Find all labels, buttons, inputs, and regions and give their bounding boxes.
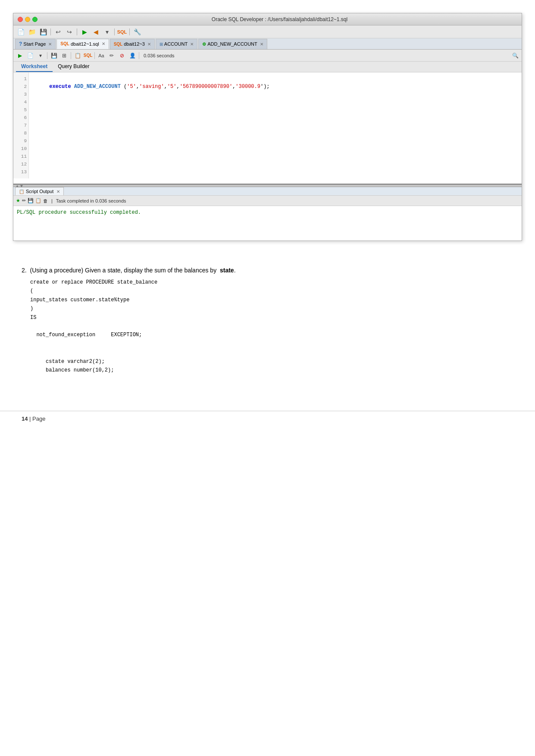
dropdown-icon[interactable]: ▾ (102, 27, 112, 37)
tab-dbait12-3-label: dbait12~3 (124, 41, 145, 47)
execution-time: 0.036 seconds (144, 53, 175, 58)
output-clear-icon[interactable]: 🗑 (43, 198, 48, 203)
new-icon[interactable]: 📄 (16, 27, 25, 37)
tab-dbait12-3[interactable]: SQL dbait12~3 ✕ (110, 39, 155, 49)
tab-dbait12-1[interactable]: SQL dbait12~1.sql ✕ (56, 39, 109, 49)
tab-dbait12-1-close[interactable]: ✕ (102, 41, 105, 46)
section-2-number: 2. (22, 267, 27, 274)
tab-account-label: ACCOUNT (164, 41, 188, 47)
param4: '567890000007890' (180, 84, 232, 90)
tab-dbait12-3-close[interactable]: ✕ (147, 42, 151, 47)
editor-stop-icon[interactable]: ⊘ (117, 51, 127, 60)
tabs-row: ? Start Page ✕ SQL dbait12~1.sql ✕ SQL d… (13, 38, 522, 50)
output-line-1: PL/SQL procedure successfully completed. (17, 209, 518, 216)
section-2: 2. (Using a procedure) Given a state, di… (22, 267, 513, 375)
output-edit-icon[interactable]: ✏ (22, 198, 26, 203)
run-script-icon[interactable]: ▶ (15, 51, 25, 60)
et-sep4 (139, 52, 139, 59)
tab-start-page[interactable]: ? Start Page ✕ (15, 39, 56, 49)
code-block-line-11: balances number(10,2); (30, 366, 513, 375)
param2: 'saving' (139, 84, 164, 90)
editor-aa-icon[interactable]: Aa (97, 51, 106, 60)
output-sep: | (51, 198, 53, 203)
start-page-help-icon: ? (19, 41, 22, 47)
tab-dbait12-3-icon: SQL (114, 42, 123, 47)
param3: '5' (167, 84, 177, 90)
output-toolbar: ★ ✏ 💾 📋 🗑 | Task completed in 0.036 seco… (13, 196, 522, 206)
output-save-icon[interactable]: 💾 (28, 198, 34, 203)
param1: '5' (127, 84, 136, 90)
et-sep1 (47, 52, 47, 59)
editor-edit-icon[interactable]: ✏ (107, 51, 116, 60)
output-content: PL/SQL procedure successfully completed. (13, 206, 522, 241)
profile-icon[interactable]: 🔧 (132, 27, 142, 37)
run-back-icon[interactable]: ◀ (91, 27, 100, 37)
tab-add-new-account-close[interactable]: ✕ (260, 42, 263, 47)
editor-run2-icon[interactable]: 📋 (73, 51, 82, 60)
et-sep2 (71, 52, 71, 59)
keyword-execute: execute (49, 84, 71, 90)
code-block-line-4: ) (30, 304, 513, 313)
editor-sql-icon[interactable]: SQL (83, 51, 93, 60)
output-run-icon[interactable]: ★ (16, 198, 20, 203)
toolbar-sep2 (77, 28, 77, 35)
open-icon[interactable]: 📁 (27, 27, 37, 37)
tab-worksheet[interactable]: Worksheet (16, 62, 53, 72)
code-line-1: execute ADD_NEW_ACCOUNT ('5','saving','5… (31, 75, 518, 98)
editor-dropdown-icon[interactable]: ▾ (36, 51, 45, 60)
editor-doc-icon[interactable]: 📄 (25, 51, 35, 60)
minimize-button[interactable] (25, 17, 30, 22)
editor-grid-icon[interactable]: ⊞ (59, 51, 69, 60)
editor-save-icon[interactable]: 💾 (49, 51, 59, 60)
tab-account-close[interactable]: ✕ (190, 42, 194, 47)
editor-right-icon[interactable]: 🔍 (510, 51, 520, 60)
section-2-highlight: state (220, 267, 234, 274)
document-content: 2. (Using a procedure) Given a state, di… (0, 258, 535, 402)
page-footer: 14 | Page (0, 411, 535, 426)
code-block-line-10: cstate varchar2(2); (30, 357, 513, 366)
editor-toolbar: ▶ 📄 ▾ 💾 ⊞ 📋 SQL Aa ✏ ⊘ 👤 0.036 seconds 🔍 (13, 50, 522, 62)
title-bar: Oracle SQL Developer : /Users/faisalalja… (13, 13, 522, 25)
script-output-close[interactable]: ✕ (56, 189, 60, 194)
window-controls (18, 17, 38, 22)
sql-icon[interactable]: SQL (117, 27, 127, 37)
toolbar-sep4 (129, 28, 130, 35)
output-copy-icon[interactable]: 📋 (35, 198, 41, 203)
editor-person-icon[interactable]: 👤 (128, 51, 137, 60)
maximize-button[interactable] (32, 17, 38, 22)
script-output-label: Script Output (26, 189, 53, 194)
tab-add-new-account-label: ADD_NEW_ACCOUNT (207, 41, 257, 47)
code-block-line-3: input_states customer.state%type (30, 296, 513, 304)
footer-page-label: Page (32, 415, 45, 422)
tab-dbait12-1-icon: SQL (60, 41, 69, 46)
code-block-line-6 (30, 322, 513, 331)
tab-add-new-account[interactable]: ⚙ ADD_NEW_ACCOUNT ✕ (198, 39, 267, 49)
code-block-line-2: ( (30, 287, 513, 295)
code-block-line-1: create or replace PROCEDURE state_balanc… (30, 278, 513, 287)
section-2-heading: 2. (Using a procedure) Given a state, di… (22, 267, 513, 274)
main-toolbar: 📄 📁 💾 ↩ ↪ ▶ ◀ ▾ SQL 🔧 (13, 25, 522, 38)
redo-icon[interactable]: ↪ (65, 27, 74, 37)
toolbar-sep3 (114, 28, 115, 35)
tab-account[interactable]: ⊞ ACCOUNT ✕ (156, 39, 197, 49)
sql-developer-window: Oracle SQL Developer : /Users/faisalalja… (13, 13, 522, 241)
worksheet-tabs: Worksheet Query Builder (13, 62, 522, 72)
tab-query-builder[interactable]: Query Builder (53, 62, 94, 72)
code-block-line-5: IS (30, 313, 513, 322)
close-button[interactable] (18, 17, 23, 22)
section-2-code: create or replace PROCEDURE state_balanc… (30, 278, 513, 375)
tab-script-output[interactable]: 📋 Script Output ✕ (15, 187, 64, 195)
code-editor[interactable]: 12345678910111213 execute ADD_NEW_ACCOUN… (13, 72, 522, 184)
line-numbers: 12345678910111213 (13, 72, 29, 178)
save-icon[interactable]: 💾 (38, 27, 48, 37)
et-sep3 (94, 52, 95, 59)
tab-dbait12-1-label: dbait12~1.sql (71, 41, 99, 47)
run-forward-icon[interactable]: ▶ (80, 27, 89, 37)
tab-start-page-close[interactable]: ✕ (48, 42, 52, 47)
footer-page-number: 14 (22, 415, 28, 422)
undo-icon[interactable]: ↩ (53, 27, 63, 37)
section-2-description: (Using a procedure) Given a state, displ… (30, 267, 216, 274)
tab-account-icon: ⊞ (160, 42, 163, 47)
code-block-line-8 (30, 340, 513, 348)
proc-name: ADD_NEW_ACCOUNT (74, 84, 121, 90)
